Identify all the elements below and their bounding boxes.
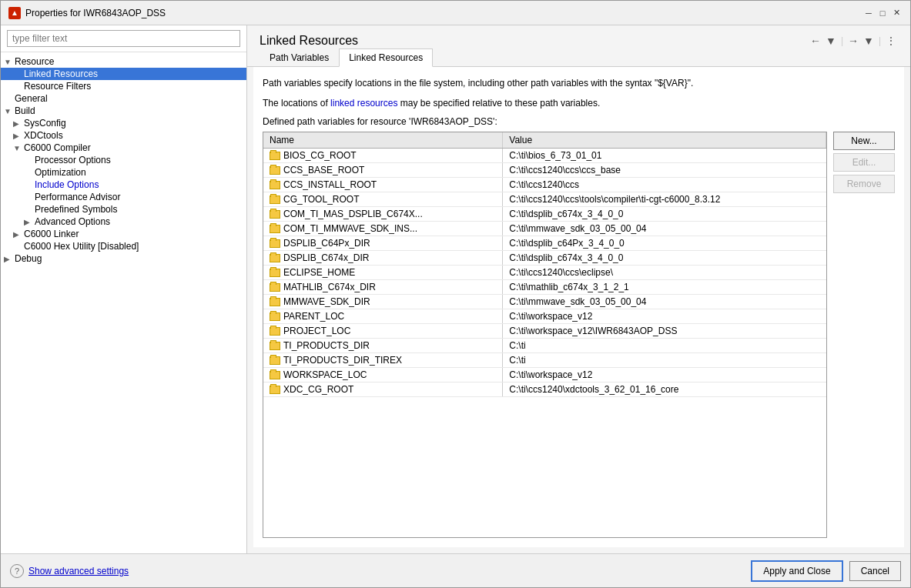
tree-label: General — [15, 93, 48, 104]
table-row[interactable]: TI_PRODUCTS_DIR_TIREXC:\ti — [263, 353, 826, 368]
row-value: C:\ti\ccs1240\ccs\ccs_base — [503, 163, 826, 178]
table-row[interactable]: MMWAVE_SDK_DIRC:\ti\mmwave_sdk_03_05_00_… — [263, 295, 826, 309]
sidebar-item-processor-options[interactable]: Processor Options — [1, 154, 246, 166]
panel-title: Linked Resources — [260, 34, 358, 48]
tree-label: Build — [15, 105, 35, 116]
folder-icon — [270, 356, 280, 365]
sidebar-item-general[interactable]: General — [1, 92, 246, 105]
sidebar-item-performance-advisor[interactable]: Performance Advisor — [1, 191, 246, 203]
tree-label: C6000 Hex Utility [Disabled] — [24, 241, 139, 252]
table-row[interactable]: CG_TOOL_ROOTC:\ti\ccs1240\ccs\tools\comp… — [263, 192, 826, 207]
sidebar-item-sysconfig[interactable]: ▶ SysConfig — [1, 117, 246, 129]
edit-button[interactable]: Edit... — [833, 153, 895, 172]
folder-icon — [270, 342, 280, 350]
expand-icon: ▶ — [24, 218, 35, 226]
col-value-header: Value — [503, 132, 826, 149]
close-button[interactable]: ✕ — [890, 7, 903, 19]
tree-label: Linked Resources — [24, 68, 98, 79]
menu-icon[interactable]: ⋮ — [884, 33, 898, 48]
tree-label: Include Options — [35, 179, 99, 190]
table-row[interactable]: TI_PRODUCTS_DIRC:\ti — [263, 339, 826, 353]
sidebar-item-predefined-symbols[interactable]: Predefined Symbols — [1, 203, 246, 215]
description-line2: The locations of linked resources may be… — [263, 96, 895, 110]
table-row[interactable]: COM_TI_MAS_DSPLIB_C674X...C:\ti\dsplib_c… — [263, 207, 826, 222]
apply-and-close-button[interactable]: Apply and Close — [751, 560, 842, 582]
sidebar-item-build[interactable]: ▼ Build — [1, 105, 246, 117]
variables-table-container[interactable]: Name Value BIOS_CG_ROOTC:\ti\bios_6_73_0… — [263, 132, 827, 538]
tree-item-resource[interactable]: ▼ Resource — [1, 55, 246, 68]
tab-linked-resources[interactable]: Linked Resources — [339, 48, 433, 67]
sidebar-item-advanced-options[interactable]: ▶ Advanced Options — [1, 215, 246, 228]
cancel-button[interactable]: Cancel — [849, 561, 901, 581]
table-row[interactable]: MATHLIB_C674x_DIRC:\ti\mathlib_c674x_3_1… — [263, 280, 826, 295]
sidebar-item-include-options[interactable]: Include Options — [1, 179, 246, 191]
back-icon[interactable]: ← — [809, 33, 822, 48]
show-advanced-link[interactable]: Show advanced settings — [28, 566, 129, 576]
minimize-button[interactable]: ─ — [862, 7, 875, 19]
sidebar-item-linked-resources[interactable]: Linked Resources — [1, 68, 246, 80]
row-value: C:\ti\dsplib_c674x_3_4_0_0 — [503, 251, 826, 266]
table-row[interactable]: PROJECT_LOCC:\ti\workspace_v12\IWR6843AO… — [263, 324, 826, 339]
expand-icon: ▶ — [13, 132, 24, 140]
row-value: C:\ti\ccs1240\xdctools_3_62_01_16_core — [503, 383, 826, 397]
filter-input[interactable] — [7, 30, 240, 47]
folder-icon — [270, 181, 280, 189]
right-panel: Linked Resources ← ▼ | → ▼ | ⋮ Path Vari… — [247, 25, 910, 553]
sidebar-item-optimization[interactable]: Optimization — [1, 166, 246, 179]
folder-icon — [270, 269, 280, 277]
table-row[interactable]: BIOS_CG_ROOTC:\ti\bios_6_73_01_01 — [263, 149, 826, 163]
row-name: MATHLIB_C674x_DIR — [263, 280, 503, 295]
new-button[interactable]: New... — [833, 132, 895, 150]
remove-button[interactable]: Remove — [833, 175, 895, 193]
sidebar-item-c6000-linker[interactable]: ▶ C6000 Linker — [1, 228, 246, 240]
forward-icon[interactable]: → — [846, 33, 860, 48]
row-value: C:\ti\workspace_v12 — [503, 368, 826, 383]
row-name: WORKSPACE_LOC — [263, 368, 503, 383]
table-row[interactable]: DSPLIB_C64Px_DIRC:\ti\dsplib_c64Px_3_4_0… — [263, 236, 826, 251]
row-value: C:\ti\ccs1240\ccs — [503, 178, 826, 192]
table-row[interactable]: CCS_BASE_ROOTC:\ti\ccs1240\ccs\ccs_base — [263, 163, 826, 178]
help-icon[interactable]: ? — [10, 564, 24, 578]
sidebar-item-debug[interactable]: ▶ Debug — [1, 252, 246, 265]
bottom-bar: ? Show advanced settings Apply and Close… — [1, 553, 910, 587]
table-row[interactable]: PARENT_LOCC:\ti\workspace_v12 — [263, 309, 826, 324]
expand-icon: ▼ — [13, 144, 24, 152]
dropdown-icon-2[interactable]: ▼ — [862, 33, 876, 48]
expand-icon: ▶ — [13, 230, 24, 239]
table-row[interactable]: COM_TI_MMWAVE_SDK_INS...C:\ti\mmwave_sdk… — [263, 222, 826, 236]
tab-path-variables[interactable]: Path Variables — [260, 48, 339, 66]
row-value: C:\ti\workspace_v12\IWR6843AOP_DSS — [503, 324, 826, 339]
navigation-icons: ← ▼ | → ▼ | ⋮ — [809, 33, 898, 48]
table-row[interactable]: ECLIPSE_HOMEC:\ti\ccs1240\ccs\eclipse\ — [263, 266, 826, 280]
row-value: C:\ti\mmwave_sdk_03_05_00_04 — [503, 222, 826, 236]
sidebar-item-xdctools[interactable]: ▶ XDCtools — [1, 129, 246, 142]
table-row[interactable]: CCS_INSTALL_ROOTC:\ti\ccs1240\ccs — [263, 178, 826, 192]
dropdown-icon[interactable]: ▼ — [824, 33, 838, 48]
row-name: MMWAVE_SDK_DIR — [263, 295, 503, 309]
table-row[interactable]: WORKSPACE_LOCC:\ti\workspace_v12 — [263, 368, 826, 383]
folder-icon — [270, 298, 280, 306]
row-value: C:\ti\mathlib_c674x_3_1_2_1 — [503, 280, 826, 295]
sidebar-item-c6000-compiler[interactable]: ▼ C6000 Compiler — [1, 142, 246, 154]
main-window: ▲ Properties for IWR6843AOP_DSS ─ □ ✕ ▼ … — [0, 0, 911, 588]
variables-table: Name Value BIOS_CG_ROOTC:\ti\bios_6_73_0… — [263, 132, 826, 397]
tree-label: Optimization — [35, 167, 86, 178]
folder-icon — [270, 239, 280, 248]
row-name: CCS_INSTALL_ROOT — [263, 178, 503, 192]
sidebar-item-c6000-hex-utility[interactable]: C6000 Hex Utility [Disabled] — [1, 240, 246, 252]
row-value: C:\ti\ccs1240\ccs\tools\compiler\ti-cgt-… — [503, 192, 826, 207]
row-value: C:\ti\ccs1240\ccs\eclipse\ — [503, 266, 826, 280]
maximize-button[interactable]: □ — [876, 7, 889, 19]
sidebar-item-resource-filters[interactable]: Resource Filters — [1, 80, 246, 92]
panel-body: Path variables specify locations in the … — [253, 67, 904, 547]
row-name: TI_PRODUCTS_DIR_TIREX — [263, 353, 503, 368]
expand-icon: ▶ — [4, 255, 15, 263]
table-row[interactable]: XDC_CG_ROOTC:\ti\ccs1240\xdctools_3_62_0… — [263, 383, 826, 397]
folder-icon — [270, 371, 280, 379]
tree-label: Predefined Symbols — [35, 204, 117, 215]
description-line1: Path variables specify locations in the … — [263, 76, 895, 90]
main-content: ▼ Resource Linked Resources Resource Fil… — [1, 25, 910, 553]
sidebar: ▼ Resource Linked Resources Resource Fil… — [1, 25, 247, 553]
row-name: CG_TOOL_ROOT — [263, 192, 503, 207]
table-row[interactable]: DSPLIB_C674x_DIRC:\ti\dsplib_c674x_3_4_0… — [263, 251, 826, 266]
